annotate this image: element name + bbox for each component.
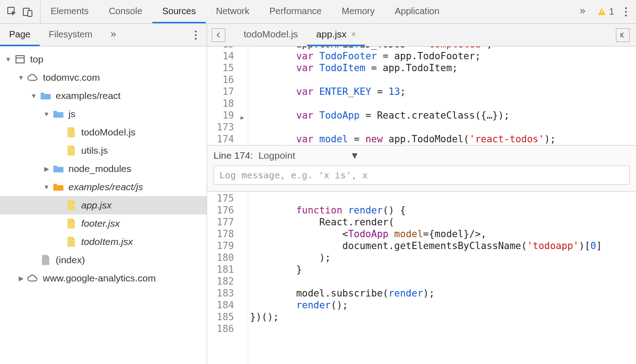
- code-line[interactable]: var ENTER_KEY = 13;: [248, 86, 636, 98]
- line-number[interactable]: 13: [207, 47, 234, 50]
- line-number[interactable]: 16: [207, 74, 234, 86]
- code-line[interactable]: [248, 98, 636, 109]
- tab-performance[interactable]: Performance: [260, 0, 332, 23]
- code-line[interactable]: document.getElementsByClassName('todoapp…: [248, 240, 636, 252]
- code-line[interactable]: model.subscribe(render);: [248, 287, 636, 299]
- line-number[interactable]: 178: [207, 228, 234, 240]
- tree-item[interactable]: app.jsx: [0, 196, 207, 214]
- code-lines[interactable]: app.COMPLETED_TODOS = 'completed'; var T…: [248, 47, 636, 145]
- code-line[interactable]: [248, 323, 636, 335]
- tree-disclosure-arrow[interactable]: ▼: [43, 110, 50, 118]
- line-number[interactable]: 177: [207, 216, 234, 228]
- tree-disclosure-arrow[interactable]: ▶: [17, 275, 25, 282]
- overflow-tabs-icon[interactable]: »: [573, 5, 592, 18]
- inspect-element-icon[interactable]: [5, 4, 20, 20]
- devtools-panel-tabs: ElementsConsoleSourcesNetworkPerformance…: [41, 0, 573, 23]
- code-line[interactable]: function render() {: [248, 204, 636, 216]
- gutter[interactable]: 175176177178179180181182183184185186: [207, 192, 248, 364]
- tab-application[interactable]: Application: [385, 0, 449, 23]
- code-lines[interactable]: function render() { React.render( <TodoA…: [248, 192, 636, 364]
- tree-disclosure-arrow[interactable]: ▶: [43, 165, 50, 172]
- code-line[interactable]: var TodoFooter = app.TodoFooter;: [248, 50, 636, 62]
- tree-item[interactable]: ▼todomvc.com: [0, 68, 207, 87]
- code-line[interactable]: var TodoApp = React.createClass({…});: [248, 109, 636, 121]
- tree-item-label: (index): [56, 255, 85, 265]
- warnings-badge[interactable]: 1: [597, 6, 614, 17]
- line-number[interactable]: 175: [207, 192, 234, 204]
- overflow-tabs-icon[interactable]: »: [101, 24, 125, 46]
- code-line[interactable]: [248, 192, 636, 204]
- file-tab-label: app.jsx: [316, 29, 347, 40]
- code-line[interactable]: <TodoApp model={model}/>,: [248, 228, 636, 240]
- tree-item-label: examples/react/js: [68, 182, 143, 192]
- line-number[interactable]: 182: [207, 276, 234, 287]
- line-number[interactable]: 185: [207, 311, 234, 323]
- code-line[interactable]: var TodoItem = app.TodoItem;: [248, 62, 636, 74]
- tree-item[interactable]: ▼examples/react/js: [0, 178, 207, 196]
- tree-item[interactable]: todoItem.jsx: [0, 233, 207, 251]
- code-line[interactable]: render();: [248, 299, 636, 311]
- line-number[interactable]: 179: [207, 240, 234, 252]
- tree-disclosure-arrow[interactable]: ▼: [17, 74, 25, 81]
- line-number[interactable]: 183: [207, 287, 234, 299]
- tree-item[interactable]: ▶www.google-analytics.com: [0, 269, 207, 287]
- nav-back-button[interactable]: [212, 28, 225, 42]
- device-toolbar-icon[interactable]: [20, 4, 36, 20]
- logpoint-line-label: Line 174:: [214, 150, 253, 161]
- editor-area: todoModel.jsapp.jsx× 13141516171819▶1731…: [207, 24, 636, 364]
- tree-disclosure-arrow[interactable]: ▼: [30, 92, 37, 99]
- code-line[interactable]: app.COMPLETED_TODOS = 'completed';: [248, 47, 636, 50]
- tab-elements[interactable]: Elements: [41, 0, 99, 23]
- line-number[interactable]: 186: [207, 323, 234, 335]
- code-line[interactable]: }: [248, 264, 636, 276]
- breakpoint-type-select[interactable]: Logpoint ▼: [258, 150, 359, 161]
- tree-item[interactable]: ▼examples/react: [0, 87, 207, 105]
- navigator-tab-page[interactable]: Page: [0, 24, 40, 46]
- gutter[interactable]: 13141516171819▶173174: [207, 47, 248, 145]
- settings-menu-icon[interactable]: [621, 7, 631, 16]
- tree-item[interactable]: ▶node_modules: [0, 160, 207, 178]
- code-line[interactable]: var model = new app.TodoModel('react-tod…: [248, 133, 636, 145]
- line-number[interactable]: 19▶: [207, 109, 234, 121]
- tree-item[interactable]: ▼top: [0, 50, 207, 68]
- show-debugger-button[interactable]: [616, 28, 630, 42]
- tree-item[interactable]: utils.js: [0, 141, 207, 160]
- tree-disclosure-arrow[interactable]: ▼: [43, 183, 50, 191]
- navigator-tab-filesystem[interactable]: Filesystem: [40, 24, 102, 46]
- file-tab[interactable]: todoModel.js: [235, 24, 307, 46]
- line-number[interactable]: 15: [207, 62, 234, 74]
- close-tab-icon[interactable]: ×: [351, 30, 356, 39]
- fold-marker-icon[interactable]: ▶: [240, 112, 244, 124]
- line-number[interactable]: 180: [207, 252, 234, 264]
- line-number[interactable]: 174: [207, 133, 234, 145]
- line-number[interactable]: 173: [207, 121, 234, 133]
- tree-item[interactable]: todoModel.js: [0, 123, 207, 141]
- line-number[interactable]: 176: [207, 204, 234, 216]
- tree-item-label: www.google-analytics.com: [43, 273, 156, 284]
- line-number[interactable]: 181: [207, 264, 234, 276]
- code-line[interactable]: [248, 276, 636, 287]
- code-line[interactable]: React.render(: [248, 216, 636, 228]
- tab-network[interactable]: Network: [206, 0, 259, 23]
- line-number[interactable]: 184: [207, 299, 234, 311]
- code-line[interactable]: })();: [248, 311, 636, 323]
- line-number[interactable]: 18: [207, 98, 234, 109]
- logpoint-input[interactable]: Log message, e.g. 'x is', x: [214, 166, 630, 185]
- line-number[interactable]: 17: [207, 86, 234, 98]
- tree-disclosure-arrow[interactable]: ▼: [5, 56, 12, 63]
- tab-console[interactable]: Console: [99, 0, 152, 23]
- code-line[interactable]: [248, 121, 636, 133]
- file-yellow-icon: [65, 126, 78, 139]
- file-yellow-icon: [65, 235, 78, 248]
- tree-item[interactable]: (index): [0, 251, 207, 269]
- tab-memory[interactable]: Memory: [332, 0, 385, 23]
- tree-item[interactable]: ▼js: [0, 105, 207, 123]
- navigator-tabs: PageFilesystem»: [0, 24, 207, 47]
- tab-sources[interactable]: Sources: [152, 0, 206, 23]
- code-line[interactable]: );: [248, 252, 636, 264]
- tree-item[interactable]: footer.jsx: [0, 214, 207, 233]
- line-number[interactable]: 14: [207, 50, 234, 62]
- file-tab[interactable]: app.jsx×: [307, 24, 365, 46]
- navigator-menu-icon[interactable]: [191, 31, 200, 40]
- code-line[interactable]: [248, 74, 636, 86]
